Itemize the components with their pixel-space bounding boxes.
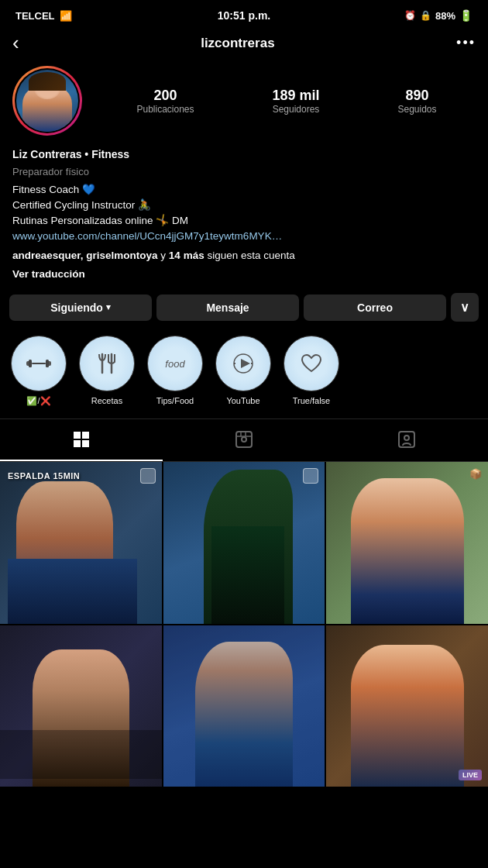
status-bar: TELCEL 📶 10:51 p.m. ⏰ 🔒 88% 🔋 (0, 0, 488, 26)
svg-rect-13 (74, 440, 81, 447)
bio-link[interactable]: www.youtube.com/channel/UCcn4jjGM7y1teyw… (12, 229, 476, 244)
dumbbell-icon (25, 350, 53, 377)
mention-bold: andreaesquer, griselmontoya (12, 250, 158, 261)
svg-point-16 (242, 437, 246, 442)
more-button[interactable]: ••• (456, 35, 476, 51)
highlight-label-5: True/false (293, 396, 331, 405)
highlight-circle-1 (11, 336, 67, 391)
svg-rect-2 (29, 360, 32, 367)
photo-badge-1 (140, 468, 156, 484)
highlight-label-1: ✅/❌ (26, 396, 50, 406)
avatar (16, 70, 78, 132)
battery-icon: 🔋 (459, 9, 473, 22)
mensaje-button[interactable]: Mensaje (156, 294, 299, 321)
bio-line3: Rutinas Personalizadas online 🤸 DM (12, 213, 476, 229)
wifi-icon: 📶 (60, 10, 72, 22)
grid-icon (72, 430, 91, 449)
carrier-label: TELCEL (15, 10, 55, 22)
bio-section: Liz Contreras • Fitness Preparador físic… (0, 145, 488, 290)
live-badge: LIVE (459, 770, 482, 780)
header-username: lizcontreras (201, 36, 274, 51)
profile-info-row: 200 Publicaciones 189 mil Seguidores 890… (0, 63, 488, 145)
status-right: ⏰ 🔒 88% 🔋 (404, 9, 473, 22)
grid-item-3[interactable]: 📦 (326, 462, 488, 624)
grid-item-6[interactable]: LIVE (326, 625, 488, 787)
alarm-icon: ⏰ (404, 10, 416, 21)
siguiendo-button[interactable]: Siguiendo ▾ (9, 294, 152, 321)
tab-reels[interactable] (163, 419, 325, 461)
svg-rect-4 (32, 363, 46, 364)
grid-item-5[interactable] (163, 625, 325, 787)
highlight-item-3[interactable]: food Tips/Food (147, 336, 203, 406)
status-time: 10:51 p.m. (218, 9, 270, 22)
bio-category: Preparador físico (12, 164, 476, 180)
photo-badge-2 (303, 468, 318, 484)
followers-count: 189 mil (272, 88, 319, 104)
bio-translate[interactable]: Ver traducción (12, 267, 476, 282)
tagged-icon (397, 430, 416, 449)
fork-knife-icon (93, 350, 121, 377)
heart-icon (297, 350, 325, 377)
grid-item-2[interactable] (163, 462, 325, 624)
highlight-item-1[interactable]: ✅/❌ (11, 336, 67, 406)
highlight-circle-5 (284, 336, 339, 391)
avatar-container[interactable] (12, 66, 82, 136)
photo-grid: ESPALDA 15MIN 📦 LIVE (0, 462, 488, 787)
following-label: Seguidos (397, 104, 436, 115)
following-count: 890 (405, 88, 428, 104)
food-text-icon: food (165, 358, 184, 370)
highlight-circle-2 (79, 336, 135, 391)
chevron-down-icon: ▾ (106, 302, 111, 312)
tab-tagged[interactable] (325, 419, 488, 461)
grid-item-1[interactable]: ESPALDA 15MIN (0, 462, 162, 624)
svg-rect-15 (236, 432, 252, 447)
highlight-item-5[interactable]: True/false (284, 336, 339, 406)
photo-caption-1: ESPALDA 15MIN (8, 471, 80, 480)
svg-rect-11 (74, 432, 81, 439)
svg-rect-14 (82, 440, 89, 447)
svg-rect-3 (46, 360, 49, 367)
tab-bar (0, 418, 488, 462)
stat-followers[interactable]: 189 mil Seguidores (272, 88, 319, 115)
svg-rect-12 (82, 432, 89, 439)
followers-label: Seguidores (273, 104, 320, 115)
bio-line2: Certified Cycling Instructor 🚴 (12, 198, 476, 213)
highlight-label-2: Recetas (91, 396, 122, 405)
highlight-item-2[interactable]: Recetas (79, 336, 135, 406)
highlight-item-4[interactable]: YouTube (215, 336, 271, 406)
back-button[interactable]: ‹ (12, 31, 19, 55)
lock-icon: 🔒 (420, 10, 431, 21)
highlight-circle-3: food (147, 336, 203, 391)
stats-row: 200 Publicaciones 189 mil Seguidores 890… (98, 88, 476, 115)
play-icon (229, 350, 257, 377)
mention-count: 14 más (169, 250, 204, 261)
highlight-label-3: Tips/Food (156, 396, 194, 405)
highlight-circle-4 (215, 336, 271, 391)
tab-grid[interactable] (0, 419, 163, 461)
posts-label: Publicaciones (136, 104, 194, 115)
profile-header: ‹ lizcontreras ••• (0, 26, 488, 63)
svg-point-21 (404, 436, 409, 440)
posts-count: 200 (153, 88, 177, 104)
more-options-button[interactable]: ∨ (451, 293, 479, 322)
highlight-label-4: YouTube (226, 396, 259, 405)
stat-posts[interactable]: 200 Publicaciones (136, 88, 194, 115)
bio-line1: Fitness Coach 💙 (12, 182, 476, 198)
battery-label: 88% (435, 10, 455, 22)
bio-name: Liz Contreras • Fitness (12, 146, 476, 163)
status-left: TELCEL 📶 (15, 10, 72, 22)
correo-button[interactable]: Correo (304, 294, 446, 321)
action-buttons-row: Siguiendo ▾ Mensaje Correo ∨ (0, 290, 488, 332)
svg-marker-8 (241, 359, 250, 368)
stat-following[interactable]: 890 Seguidos (397, 88, 436, 115)
reels-icon (235, 430, 253, 449)
grid-item-4[interactable] (0, 625, 162, 787)
bio-followers-mention: andreaesquer, griselmontoya y 14 más sig… (12, 248, 476, 264)
highlights-row: ✅/❌ Recetas food Tips/Food (0, 332, 488, 418)
